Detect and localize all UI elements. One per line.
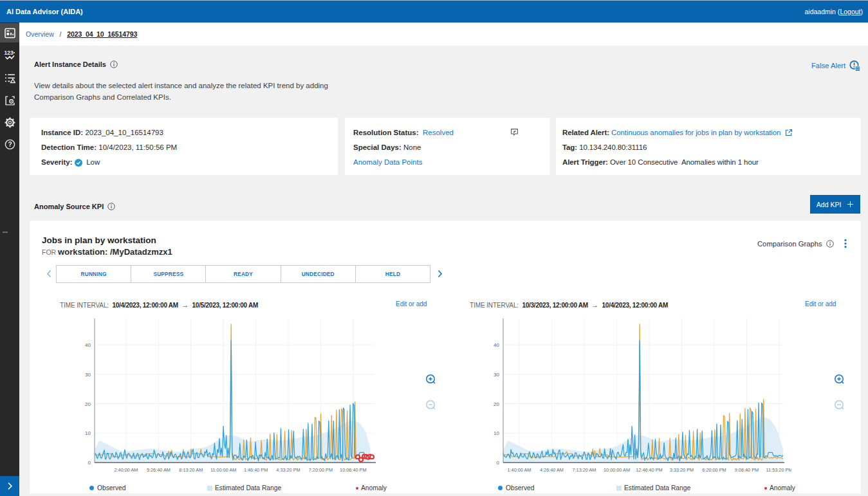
svg-text:12:46:40 PM: 12:46:40 PM	[636, 467, 662, 473]
svg-text:20: 20	[85, 401, 91, 407]
svg-text:30: 30	[494, 372, 499, 378]
svg-text:4:33:20 PM: 4:33:20 PM	[276, 467, 300, 473]
svg-text:5:26:40 AM: 5:26:40 AM	[147, 467, 171, 473]
svg-text:2:40:00 AM: 2:40:00 AM	[115, 467, 138, 473]
svg-text:11:00:00 AM: 11:00:00 AM	[210, 467, 236, 473]
svg-text:4:26:40 AM: 4:26:40 AM	[540, 467, 564, 473]
svg-text:0: 0	[497, 460, 500, 466]
svg-text:20: 20	[494, 401, 499, 407]
svg-text:3:33:20 PM: 3:33:20 PM	[670, 467, 694, 473]
svg-text:9:06:40 PM: 9:06:40 PM	[735, 467, 759, 473]
svg-text:30: 30	[85, 372, 91, 378]
svg-text:8:13:20 AM: 8:13:20 AM	[179, 467, 203, 473]
svg-text:6:20:00 PM: 6:20:00 PM	[702, 467, 726, 473]
svg-text:10: 10	[494, 430, 499, 436]
svg-text:7:20:00 PM: 7:20:00 PM	[309, 467, 333, 473]
svg-text:11:53:20 PM: 11:53:20 PM	[766, 467, 791, 473]
svg-text:0: 0	[88, 460, 91, 466]
svg-text:1:40:00 AM: 1:40:00 AM	[508, 467, 531, 473]
svg-text:10:00:00 AM: 10:00:00 AM	[604, 467, 630, 473]
svg-text:?: ?	[8, 141, 12, 148]
svg-text:1:46:40 PM: 1:46:40 PM	[244, 467, 268, 473]
svg-text:40: 40	[494, 342, 499, 348]
svg-text:10: 10	[85, 430, 91, 436]
svg-text:123: 123	[5, 49, 14, 55]
svg-text:40: 40	[85, 342, 91, 348]
svg-text:10:06:40 PM: 10:06:40 PM	[340, 467, 366, 473]
svg-text:7:13:20 AM: 7:13:20 AM	[573, 467, 596, 473]
